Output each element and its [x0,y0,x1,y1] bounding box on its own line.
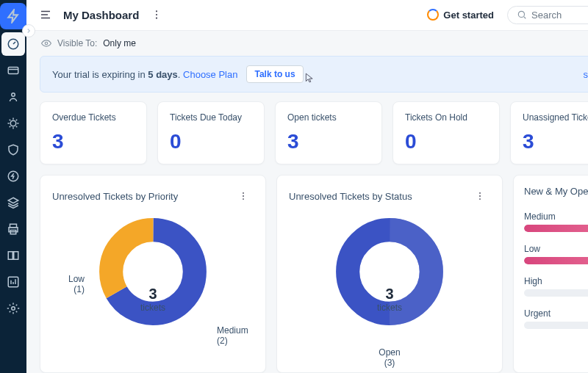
svg-rect-1 [8,68,18,74]
svg-point-3 [10,120,16,126]
label-medium: Medium [217,325,248,336]
bar-bg [524,225,588,232]
svg-point-16 [243,195,244,197]
stat-value: 0 [405,130,487,153]
priority-center-label: tickets [140,303,165,313]
stat-title: Open tickets [287,112,370,123]
status-center-label: tickets [377,303,402,313]
stat-title: Tickets On Hold [405,112,487,123]
bar-row: Medium [524,211,588,232]
bar-label: High [524,276,588,286]
priority-chart-card: Unresolved Tickets by Priority 3 tickets [40,175,266,373]
nav-print[interactable] [1,217,25,241]
label-open: Open [379,347,400,358]
priority-center-value: 3 [140,286,165,303]
bar-label: Urgent [524,308,588,319]
sidebar-toggle-icon[interactable] [35,4,56,25]
nav-layers[interactable] [1,191,25,214]
priority-chart-title: Unresolved Tickets by Priority [52,191,178,202]
stat-card[interactable]: Unassigned Tickets3 [510,101,588,164]
nav-expand-toggle[interactable] [22,24,35,37]
choose-plan-link[interactable]: Choose Plan [183,69,237,80]
nav-dashboard[interactable] [1,32,25,56]
nav-bug[interactable] [1,112,25,135]
banner-email: sales@ [583,69,588,80]
visibility-bar: Visible To: Only me [26,31,588,56]
bar-bg [524,322,588,329]
status-center-value: 3 [377,286,402,303]
stat-value: 3 [52,130,135,153]
get-started-button[interactable]: Get started [421,6,500,23]
nav-reports[interactable] [1,270,25,294]
nav-settings[interactable] [1,297,25,320]
stat-title: Tickets Due Today [170,112,252,123]
bar-bg [524,257,588,264]
svg-point-9 [12,307,15,311]
svg-point-15 [243,192,244,194]
bar-label: Low [524,244,588,254]
label-low: Low [68,274,85,284]
more-menu-icon[interactable] [146,4,167,25]
priority-card-menu[interactable] [233,186,254,206]
bar-bg [524,289,588,297]
bar-row: Urgent [524,308,588,329]
nav-shield[interactable] [1,138,25,162]
search-icon [517,10,527,20]
status-chart-title: Unresolved Tickets by Status [289,191,412,202]
left-nav-rail [0,0,26,373]
stat-card[interactable]: Tickets Due Today0 [157,101,265,164]
stat-title: Unassigned Tickets [523,112,588,123]
visible-to-label: Visible To: [57,38,97,48]
svg-point-23 [479,192,481,194]
search-placeholder: Search [531,10,562,21]
svg-point-11 [156,14,157,15]
svg-point-2 [12,93,15,97]
eye-icon [41,38,51,48]
stat-card[interactable]: Overdue Tickets3 [40,101,147,164]
stat-card[interactable]: Tickets On Hold0 [392,101,500,164]
stat-value: 0 [170,130,252,153]
bar-label: Medium [524,211,588,222]
nav-tickets[interactable] [1,59,25,82]
app-logo [0,3,26,29]
status-card-menu[interactable] [470,186,490,206]
svg-point-25 [479,198,481,200]
cursor-icon [304,71,315,84]
status-chart-card: Unresolved Tickets by Status 3 tickets O… [276,175,503,373]
bar-row: High [524,276,588,297]
topbar: My Dashboard Get started Search [26,0,588,31]
banner-text: Your trial is expiring in 5 days. Choose… [52,69,237,80]
stat-title: Overdue Tickets [52,112,135,123]
stat-card[interactable]: Open tickets3 [275,101,382,164]
stat-value: 3 [287,130,370,153]
nav-contacts[interactable] [1,85,25,109]
svg-point-13 [518,12,524,18]
progress-ring-icon [427,9,439,21]
nav-book[interactable] [1,244,25,267]
search-input[interactable]: Search [507,6,588,24]
stats-row: Overdue Tickets3Tickets Due Today0Open t… [26,101,588,164]
bar-row: Low [524,244,588,264]
stat-value: 3 [523,130,588,153]
svg-point-17 [243,198,244,200]
nav-bolt[interactable] [1,164,25,188]
open-tickets-card: New & My Open Ti MediumLowHighUrgent [513,175,588,373]
visible-to-value: Only me [103,38,136,48]
label-open-count: (3) [379,358,400,368]
page-title: My Dashboard [63,9,139,21]
svg-point-24 [479,195,481,197]
svg-point-14 [45,42,48,45]
talk-to-us-button[interactable]: Talk to us [246,65,303,83]
svg-point-10 [156,11,157,12]
label-medium-count: (2) [217,336,248,346]
label-low-count: (1) [68,284,85,294]
get-started-label: Get started [443,10,494,21]
open-card-title: New & My Open Ti [524,186,588,197]
svg-point-12 [156,18,157,19]
